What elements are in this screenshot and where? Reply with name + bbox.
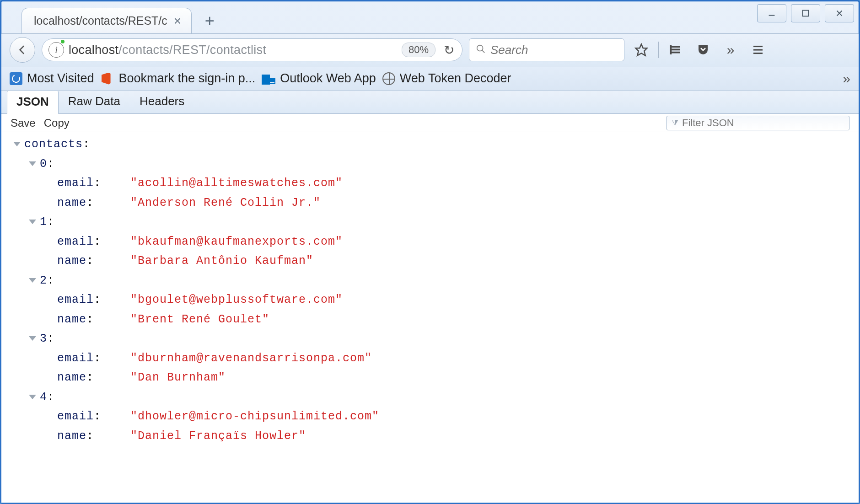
most-visited-icon bbox=[10, 72, 22, 85]
tab-close-icon[interactable]: × bbox=[174, 15, 181, 27]
bookmarks-bar: Most Visited Bookmark the sign-in p... O… bbox=[1, 66, 859, 91]
tab-title: localhost/contacts/REST/c bbox=[34, 14, 167, 27]
url-host: localhost bbox=[69, 43, 118, 57]
new-tab-button[interactable]: + bbox=[200, 11, 219, 31]
browser-tab[interactable]: localhost/contacts/REST/c × bbox=[22, 8, 192, 33]
pocket-icon[interactable] bbox=[693, 39, 714, 60]
twisty-icon[interactable] bbox=[29, 336, 36, 341]
tab-raw-data[interactable]: Raw Data bbox=[59, 91, 130, 113]
browser-window: localhost/contacts/REST/c × + i localhos… bbox=[0, 0, 860, 504]
library-icon[interactable] bbox=[665, 39, 686, 60]
json-kv-name: name:"Brent René Goulet" bbox=[13, 310, 859, 330]
json-body[interactable]: contacts:0:email:"acollin@alltimeswatche… bbox=[1, 132, 859, 503]
json-value: "acollin@alltimeswatches.com" bbox=[130, 174, 343, 193]
json-value: "dhowler@micro-chipsunlimited.com" bbox=[130, 407, 379, 427]
json-value: "Dan Burnham" bbox=[130, 368, 226, 388]
globe-icon bbox=[382, 72, 395, 85]
json-viewer: JSON Raw Data Headers Save Copy ⧩ contac… bbox=[1, 91, 859, 503]
url-text: localhost/contacts/REST/contactlist bbox=[69, 43, 266, 57]
json-kv-email: email:"dhowler@micro-chipsunlimited.com" bbox=[13, 407, 859, 427]
json-value: "Barbara Antônio Kaufman" bbox=[130, 252, 313, 271]
json-root[interactable]: contacts: bbox=[13, 135, 859, 155]
toolbar-separator bbox=[658, 42, 659, 58]
json-value: "Daniel Françaïs Howler" bbox=[130, 427, 306, 446]
bookmark-most-visited[interactable]: Most Visited bbox=[10, 71, 94, 86]
twisty-icon[interactable] bbox=[29, 220, 36, 224]
site-identity-icon[interactable]: i bbox=[48, 42, 64, 58]
svg-point-4 bbox=[477, 45, 483, 51]
json-kv-name: name:"Anderson René Collin Jr." bbox=[13, 193, 859, 213]
twisty-icon[interactable] bbox=[13, 142, 21, 146]
url-bar[interactable]: i localhost/contacts/REST/contactlist 80… bbox=[42, 38, 462, 61]
filter-json-box[interactable]: ⧩ bbox=[666, 116, 849, 130]
bookmark-star-icon[interactable] bbox=[631, 39, 652, 60]
svg-rect-10 bbox=[670, 45, 672, 54]
twisty-icon[interactable] bbox=[29, 278, 36, 283]
json-kv-email: email:"bgoulet@webplussoftware.com" bbox=[13, 290, 859, 310]
close-button[interactable] bbox=[825, 4, 854, 22]
svg-marker-6 bbox=[636, 44, 647, 56]
viewer-action-bar: Save Copy ⧩ bbox=[1, 114, 859, 132]
json-value: "dburnham@ravenandsarrisonpa.com" bbox=[130, 349, 372, 369]
toolbar-overflow-icon[interactable]: » bbox=[720, 39, 741, 60]
json-kv-name: name:"Daniel Françaïs Howler" bbox=[13, 427, 859, 446]
svg-line-5 bbox=[482, 50, 485, 53]
maximize-button[interactable] bbox=[791, 4, 820, 22]
json-value: "bgoulet@webplussoftware.com" bbox=[130, 290, 343, 310]
back-button[interactable] bbox=[10, 37, 35, 63]
search-box[interactable] bbox=[469, 38, 624, 61]
json-kv-email: email:"bkaufman@kaufmanexports.com" bbox=[13, 232, 859, 252]
json-array-item[interactable]: 4: bbox=[13, 388, 859, 407]
search-input[interactable] bbox=[490, 43, 618, 57]
hamburger-menu-icon[interactable] bbox=[747, 39, 769, 60]
bookmark-web-token-decoder[interactable]: Web Token Decoder bbox=[382, 71, 511, 86]
reload-button[interactable]: ↻ bbox=[440, 43, 457, 58]
minimize-button[interactable] bbox=[757, 4, 786, 22]
json-array-item[interactable]: 1: bbox=[13, 213, 859, 232]
svg-rect-1 bbox=[803, 11, 809, 16]
navigation-toolbar: i localhost/contacts/REST/contactlist 80… bbox=[1, 33, 859, 66]
save-action[interactable]: Save bbox=[11, 117, 36, 129]
outlook-icon bbox=[262, 72, 275, 86]
url-path: /contacts/REST/contactlist bbox=[118, 43, 266, 57]
bookmarks-overflow-icon[interactable]: » bbox=[843, 71, 850, 86]
svg-rect-9 bbox=[671, 52, 680, 54]
json-array-item[interactable]: 3: bbox=[13, 329, 859, 349]
twisty-icon[interactable] bbox=[29, 161, 36, 166]
bookmark-o365[interactable]: Bookmark the sign-in p... bbox=[101, 71, 256, 86]
json-kv-name: name:"Barbara Antônio Kaufman" bbox=[13, 252, 859, 271]
copy-action[interactable]: Copy bbox=[44, 117, 70, 129]
bookmark-label: Most Visited bbox=[27, 71, 94, 86]
json-kv-email: email:"dburnham@ravenandsarrisonpa.com" bbox=[13, 349, 859, 369]
json-array-item[interactable]: 2: bbox=[13, 271, 859, 291]
tab-json[interactable]: JSON bbox=[7, 91, 59, 114]
zoom-badge[interactable]: 80% bbox=[402, 43, 435, 57]
tab-strip: localhost/contacts/REST/c × + bbox=[1, 1, 859, 33]
bookmark-label: Web Token Decoder bbox=[400, 71, 511, 86]
json-value: "Brent René Goulet" bbox=[130, 310, 269, 330]
bookmark-label: Bookmark the sign-in p... bbox=[119, 71, 256, 86]
tab-headers[interactable]: Headers bbox=[130, 91, 194, 113]
svg-rect-7 bbox=[671, 46, 680, 48]
json-kv-email: email:"acollin@alltimeswatches.com" bbox=[13, 174, 859, 193]
viewer-tabs: JSON Raw Data Headers bbox=[1, 91, 859, 114]
filter-icon: ⧩ bbox=[672, 118, 678, 128]
svg-rect-8 bbox=[671, 49, 680, 51]
bookmark-label: Outlook Web App bbox=[280, 71, 376, 86]
office-icon bbox=[101, 72, 114, 86]
search-icon bbox=[476, 44, 486, 56]
window-controls bbox=[757, 4, 854, 22]
json-array-item[interactable]: 0: bbox=[13, 155, 859, 174]
json-kv-name: name:"Dan Burnham" bbox=[13, 368, 859, 388]
twisty-icon[interactable] bbox=[29, 395, 36, 399]
filter-json-input[interactable] bbox=[682, 117, 844, 129]
json-value: "bkaufman@kaufmanexports.com" bbox=[130, 232, 343, 252]
bookmark-outlook[interactable]: Outlook Web App bbox=[262, 71, 376, 86]
json-value: "Anderson René Collin Jr." bbox=[130, 193, 321, 213]
